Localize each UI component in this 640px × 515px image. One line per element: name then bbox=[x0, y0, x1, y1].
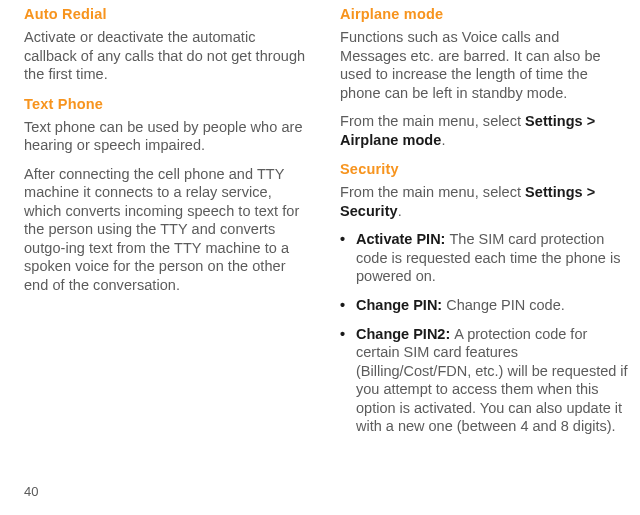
body-text: Text phone can be used by people who are… bbox=[24, 118, 312, 155]
list-item: Change PIN: Change PIN code. bbox=[340, 296, 628, 315]
list-item-label: Change PIN2: bbox=[356, 326, 454, 342]
list-item: Change PIN2: A protection code for certa… bbox=[340, 325, 628, 436]
body-text: Activate or deactivate the automatic cal… bbox=[24, 28, 312, 84]
heading-airplane-mode: Airplane mode bbox=[340, 6, 628, 22]
list-item-label: Activate PIN: bbox=[356, 231, 449, 247]
list-item: Activate PIN: The SIM card protection co… bbox=[340, 230, 628, 286]
heading-auto-redial: Auto Redial bbox=[24, 6, 312, 22]
body-text: From the main menu, select Settings > Se… bbox=[340, 183, 628, 220]
manual-page: Auto Redial Activate or deactivate the a… bbox=[0, 0, 640, 446]
body-text: Functions such as Voice calls and Messag… bbox=[340, 28, 628, 102]
heading-text-phone: Text Phone bbox=[24, 96, 312, 112]
left-column: Auto Redial Activate or deactivate the a… bbox=[24, 6, 312, 446]
list-item-label: Change PIN: bbox=[356, 297, 446, 313]
bullet-list: Activate PIN: The SIM card protection co… bbox=[340, 230, 628, 435]
right-column: Airplane mode Functions such as Voice ca… bbox=[340, 6, 628, 446]
body-text: From the main menu, select Settings > Ai… bbox=[340, 112, 628, 149]
page-number: 40 bbox=[24, 484, 38, 499]
heading-security: Security bbox=[340, 161, 628, 177]
body-text: After connecting the cell phone and TTY … bbox=[24, 165, 312, 295]
